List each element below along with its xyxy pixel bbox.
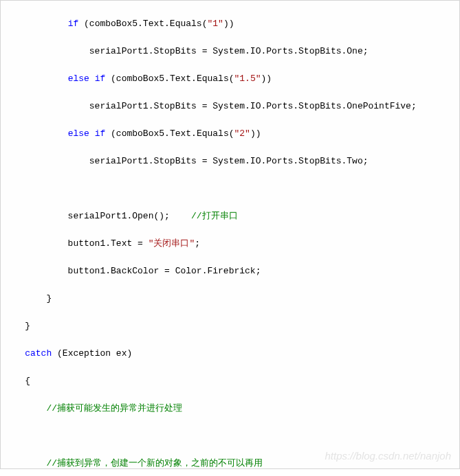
- code-text: (comboBox5.Text.Equals(: [105, 73, 234, 84]
- code-line: [3, 182, 459, 196]
- keyword: else: [68, 73, 89, 84]
- keyword: if: [95, 73, 106, 84]
- keyword: if: [95, 128, 106, 139]
- code-line: serialPort1.StopBits = System.IO.Ports.S…: [3, 100, 459, 113]
- code-line: serialPort1.Open(); //打开串口: [3, 209, 459, 223]
- string-literal: "关闭串口": [149, 238, 195, 249]
- code-block: if (comboBox5.Text.Equals("1")) serialPo…: [0, 0, 460, 469]
- code-line: serialPort1.StopBits = System.IO.Ports.S…: [3, 155, 459, 168]
- code-text: )): [250, 128, 261, 139]
- code-text: (comboBox5.Text.Equals(: [78, 19, 207, 29]
- code-line: else if (comboBox5.Text.Equals("1.5")): [3, 72, 459, 86]
- code-text: )): [261, 73, 272, 84]
- code-text: (Exception ex): [52, 348, 132, 359]
- code-line: [3, 429, 459, 443]
- keyword: else: [68, 128, 89, 139]
- code-line: else if (comboBox5.Text.Equals("2")): [3, 127, 459, 141]
- code-line: //捕获可能发生的异常并进行处理: [3, 402, 459, 416]
- code-line: catch (Exception ex): [3, 347, 459, 361]
- comment: //捕获可能发生的异常并进行处理: [46, 403, 182, 413]
- code-text: ;: [195, 238, 200, 249]
- string-literal: "1.5": [234, 73, 261, 84]
- code-line: }: [3, 292, 459, 306]
- code-text: (comboBox5.Text.Equals(: [105, 128, 234, 139]
- code-text: )): [223, 19, 234, 29]
- code-line: serialPort1.StopBits = System.IO.Ports.S…: [3, 45, 459, 58]
- keyword: catch: [25, 348, 52, 359]
- code-text: [89, 128, 95, 139]
- code-text: [89, 73, 95, 84]
- code-line: button1.BackColor = Color.Firebrick;: [3, 264, 459, 278]
- code-text: serialPort1.Open();: [3, 211, 191, 221]
- code-line: }: [3, 319, 459, 333]
- code-line: if (comboBox5.Text.Equals("1")): [3, 17, 459, 31]
- code-line: //捕获到异常，创建一个新的对象，之前的不可以再用: [3, 457, 459, 471]
- code-line: button1.Text = "关闭串口";: [3, 237, 459, 251]
- comment: //捕获到异常，创建一个新的对象，之前的不可以再用: [46, 458, 263, 468]
- code-line: {: [3, 374, 459, 388]
- string-literal: "2": [234, 128, 250, 139]
- comment: //打开串口: [191, 211, 238, 221]
- code-text: button1.Text =: [3, 238, 149, 249]
- keyword: if: [68, 19, 79, 29]
- string-literal: "1": [207, 19, 223, 29]
